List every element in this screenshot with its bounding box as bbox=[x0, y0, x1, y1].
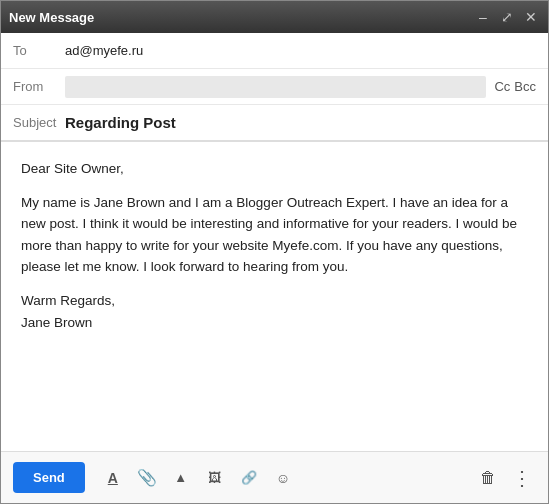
compose-toolbar: Send A 📎 ▲ 🖼 🔗 ☺ 🗑 ⋮ bbox=[1, 451, 548, 503]
emoji-icon: ☺ bbox=[276, 470, 290, 486]
delete-button[interactable]: 🗑 bbox=[474, 464, 502, 492]
body-text: Dear Site Owner, My name is Jane Brown a… bbox=[21, 158, 528, 333]
close-button[interactable]: ✕ bbox=[522, 10, 540, 24]
cc-bcc-group: Cc Bcc bbox=[494, 79, 536, 94]
window-controls: – ⤢ ✕ bbox=[474, 10, 540, 24]
email-body[interactable]: Dear Site Owner, My name is Jane Brown a… bbox=[1, 142, 548, 451]
from-label: From bbox=[13, 79, 65, 94]
to-row: To ad@myefe.ru bbox=[1, 33, 548, 69]
attach-icon: 📎 bbox=[137, 468, 157, 487]
subject-value: Regarding Post bbox=[65, 114, 176, 131]
link-icon: 🔗 bbox=[241, 470, 257, 485]
title-bar: New Message – ⤢ ✕ bbox=[1, 1, 548, 33]
subject-label: Subject bbox=[13, 115, 65, 130]
link-button[interactable]: 🔗 bbox=[235, 464, 263, 492]
drive-icon: ▲ bbox=[174, 470, 187, 485]
format-text-icon: A bbox=[108, 470, 118, 486]
subject-row: Subject Regarding Post bbox=[1, 105, 548, 141]
image-button[interactable]: 🖼 bbox=[201, 464, 229, 492]
from-input[interactable] bbox=[65, 76, 486, 98]
body-paragraph: My name is Jane Brown and I am a Blogger… bbox=[21, 192, 528, 278]
drive-button[interactable]: ▲ bbox=[167, 464, 195, 492]
emoji-button[interactable]: ☺ bbox=[269, 464, 297, 492]
cc-button[interactable]: Cc bbox=[494, 79, 510, 94]
from-row: From Cc Bcc bbox=[1, 69, 548, 105]
closing: Warm Regards, Jane Brown bbox=[21, 290, 528, 333]
format-text-button[interactable]: A bbox=[99, 464, 127, 492]
bcc-button[interactable]: Bcc bbox=[514, 79, 536, 94]
attach-button[interactable]: 📎 bbox=[133, 464, 161, 492]
compose-window: New Message – ⤢ ✕ To ad@myefe.ru From Cc… bbox=[0, 0, 549, 504]
image-icon: 🖼 bbox=[208, 470, 221, 485]
window-title: New Message bbox=[9, 10, 94, 25]
to-label: To bbox=[13, 43, 65, 58]
closing-line: Warm Regards, bbox=[21, 293, 115, 308]
greeting: Dear Site Owner, bbox=[21, 158, 528, 180]
more-options-button[interactable]: ⋮ bbox=[508, 464, 536, 492]
more-icon: ⋮ bbox=[512, 466, 532, 490]
send-button[interactable]: Send bbox=[13, 462, 85, 493]
email-header: To ad@myefe.ru From Cc Bcc Subject Regar… bbox=[1, 33, 548, 142]
to-value: ad@myefe.ru bbox=[65, 43, 536, 58]
minimize-button[interactable]: – bbox=[474, 10, 492, 24]
maximize-button[interactable]: ⤢ bbox=[498, 10, 516, 24]
signature: Jane Brown bbox=[21, 315, 92, 330]
trash-icon: 🗑 bbox=[480, 469, 496, 487]
